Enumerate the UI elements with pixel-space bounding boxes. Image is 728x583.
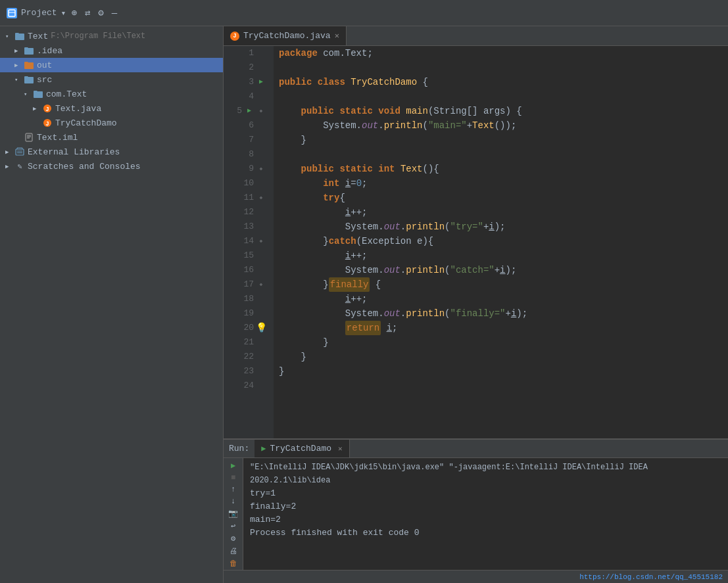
code-content[interactable]: package com.Text; public class TryCatchD… [274, 46, 728, 438]
project-label[interactable]: Project [21, 8, 57, 18]
ln-6: 6 [226, 118, 268, 133]
run-snapshot-button[interactable]: 📷 [227, 509, 240, 519]
ln-8: 8 [226, 147, 268, 162]
blog-link[interactable]: https://blog.csdn.net/qq_45515182 [579, 573, 723, 581]
sidebar-item-out[interactable]: ▶ out [0, 58, 223, 72]
code-line-8 [279, 147, 723, 162]
tab-java-icon: J [230, 32, 239, 41]
bottom-statusbar: https://blog.csdn.net/qq_45515182 [224, 570, 728, 583]
svg-text:J: J [45, 121, 49, 128]
ln-20: 20💡 [226, 321, 268, 335]
main-area: ▾ Text F:\Program File\Text ▶ .idea ▶ ou… [0, 26, 728, 583]
code-line-17: }finally { [279, 277, 723, 292]
arrow-ext-libs: ▶ [5, 149, 14, 156]
code-line-14: }catch(Exception e){ [279, 234, 723, 248]
ln-17: 17◆ [226, 277, 268, 292]
ln-24: 24 [226, 379, 268, 393]
sidebar-item-idea[interactable]: ▶ .idea [0, 43, 223, 58]
settings-icon[interactable]: ⚙ [98, 7, 103, 18]
line-numbers: 1 2 3▶ 4 5▶◆ 6 7 8 9◆ 10 11◆ 12 13 14◆ 1… [224, 46, 274, 438]
code-line-15: i++; [279, 248, 723, 263]
ln-12: 12 [226, 205, 268, 220]
sidebar: ▾ Text F:\Program File\Text ▶ .idea ▶ ou… [0, 26, 224, 583]
arrow-idea: ▶ [14, 47, 24, 55]
tab-close-icon[interactable]: ✕ [335, 31, 339, 41]
run-stop-button[interactable]: ■ [227, 473, 240, 482]
ln-13: 13 [226, 220, 268, 234]
arrow-out: ▶ [14, 62, 24, 69]
sidebar-item-text-java[interactable]: ▶ J Text.java [0, 101, 223, 116]
ln-2: 2 [226, 60, 268, 75]
minimize-icon[interactable]: — [112, 8, 117, 18]
ln-15: 15 [226, 248, 268, 263]
sidebar-src-label: src [37, 75, 52, 85]
ln-14: 14◆ [226, 234, 268, 248]
ln-4: 4 [226, 89, 268, 104]
ln-16: 16 [226, 263, 268, 277]
code-line-9: public static int Text(){ [279, 162, 723, 176]
sidebar-item-ext-libs[interactable]: ▶ External Libraries [0, 145, 223, 159]
sidebar-item-src[interactable]: ▾ src [0, 72, 223, 87]
globe-icon[interactable]: ⊕ [71, 7, 76, 18]
sidebar-item-trycatchdamo[interactable]: J TryCatchDamo [0, 116, 223, 130]
sidebar-text-iml-label: Text.iml [37, 133, 78, 143]
code-line-11: try{ [279, 191, 723, 205]
code-line-6: System.out.println("main="+Text()); [279, 118, 723, 133]
project-dropdown-icon[interactable]: ▾ [61, 8, 66, 18]
code-line-12: i++; [279, 205, 723, 220]
code-line-24 [279, 379, 723, 393]
code-line-2 [279, 60, 723, 75]
java-text-icon: J [42, 103, 53, 114]
run-print-button[interactable]: 🖨 [227, 546, 240, 556]
run-tab-label: TryCatchDamo [270, 444, 331, 454]
sidebar-trycatchdamo-label: TryCatchDamo [55, 118, 117, 128]
run-scroll-down-button[interactable]: ↓ [227, 497, 240, 506]
tab-label: TryCatchDamo.java [243, 31, 331, 41]
ln-5: 5▶◆ [226, 104, 268, 118]
tab-trycatchdamo[interactable]: J TryCatchDamo.java ✕ [224, 26, 347, 45]
sidebar-text-java-label: Text.java [55, 104, 101, 114]
bottom-panel: Run: ▶ TryCatchDamo ✕ ▶ ■ ↑ ↓ 📷 ↩ ⚙ � [224, 438, 728, 583]
run-settings2-button[interactable]: ⚙ [227, 534, 240, 544]
code-line-3: public class TryCatchDamo { [279, 75, 723, 89]
ln-7: 7 [226, 133, 268, 147]
code-line-16: System.out.println("catch="+i); [279, 263, 723, 277]
svg-rect-0 [9, 10, 15, 16]
run-label: Run: [224, 440, 255, 457]
code-line-4 [279, 89, 723, 104]
code-line-7: } [279, 133, 723, 147]
scratch-icon: ✎ [14, 161, 25, 172]
run-tab-trycatchdamo[interactable]: ▶ TryCatchDamo ✕ [255, 440, 349, 457]
run-close-button[interactable]: 🗑 [227, 559, 240, 569]
run-output[interactable]: "E:\IntelliJ IDEA\JDK\jdk15\bin\java.exe… [243, 458, 728, 570]
run-tab-icon: ▶ [261, 444, 266, 454]
run-output-finish: Process finished with exit code 0 [250, 526, 721, 540]
code-line-10: int i=0; [279, 176, 723, 191]
folder-idea-icon [24, 45, 34, 56]
title-bar: Project ▾ ⊕ ⇄ ⚙ — [0, 0, 728, 26]
svg-rect-6 [26, 133, 32, 141]
code-editor[interactable]: 1 2 3▶ 4 5▶◆ 6 7 8 9◆ 10 11◆ 12 13 14◆ 1… [224, 46, 728, 438]
code-line-20: return i; [279, 321, 723, 335]
ln-3: 3▶ [226, 75, 268, 89]
run-rerun-button[interactable]: ▶ [227, 461, 240, 471]
sidebar-item-text-iml[interactable]: Text.iml [0, 130, 223, 145]
sidebar-item-text-root[interactable]: ▾ Text F:\Program File\Text [0, 29, 223, 43]
ln-19: 19 [226, 306, 268, 321]
sidebar-scratches-label: Scratches and Consoles [28, 162, 141, 172]
ln-11: 11◆ [226, 191, 268, 205]
arrow-text-java: ▶ [33, 105, 42, 112]
folder-com-text-icon [33, 89, 43, 99]
run-wrapping-button[interactable]: ↩ [227, 521, 240, 531]
run-scroll-up-button[interactable]: ↑ [227, 485, 240, 494]
split-icon[interactable]: ⇄ [85, 7, 90, 18]
arrow-src: ▾ [14, 76, 24, 83]
sidebar-idea-label: .idea [37, 46, 62, 56]
run-output-cmd: "E:\IntelliJ IDEA\JDK\jdk15\bin\java.exe… [250, 461, 721, 487]
sidebar-text-label: Text [28, 32, 48, 41]
run-tab-close[interactable]: ✕ [338, 444, 343, 453]
sidebar-item-com-text[interactable]: ▾ com.Text [0, 87, 223, 101]
code-line-22: } [279, 350, 723, 364]
run-content: ▶ ■ ↑ ↓ 📷 ↩ ⚙ 🖨 🗑 "E:\IntelliJ IDEA\JDK\… [224, 458, 728, 570]
sidebar-item-scratches[interactable]: ▶ ✎ Scratches and Consoles [0, 159, 223, 174]
